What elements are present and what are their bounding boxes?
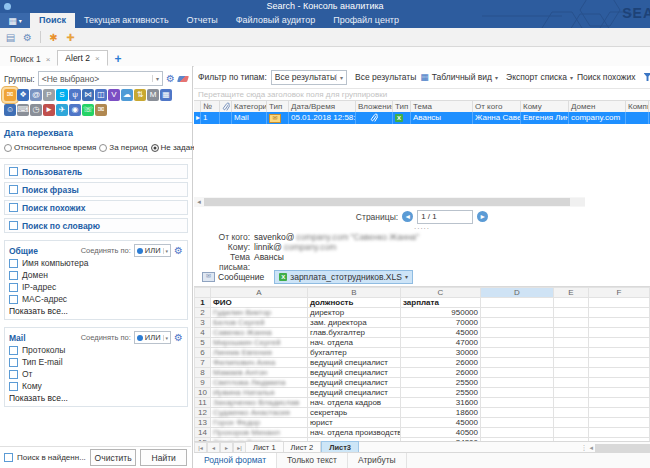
sheet-cell[interactable]: зам. директора — [308, 318, 401, 328]
checkbox[interactable] — [9, 295, 18, 304]
saved-searches-icon[interactable]: ▤ — [4, 31, 17, 44]
sheet-cell[interactable] — [481, 348, 554, 358]
sheet-cell[interactable] — [589, 388, 650, 398]
skype-icon[interactable]: S — [56, 89, 68, 101]
sheet-cell[interactable]: ведущий специалист — [308, 388, 401, 398]
sheet-cell[interactable] — [589, 338, 650, 348]
checkbox[interactable] — [9, 185, 18, 194]
toolbar-button[interactable]: Все результаты — [355, 72, 416, 82]
sheet-cell[interactable] — [481, 388, 554, 398]
filter-item[interactable]: Имя компьютера — [9, 257, 183, 269]
sheet-scroll-controls[interactable]: ⋮◂ — [580, 444, 650, 452]
sheet-column-header[interactable]: A — [211, 288, 308, 298]
splitter-handle[interactable]: ..... — [194, 224, 650, 230]
menu-tab[interactable]: Файловый аудитор — [227, 13, 324, 28]
sheet-cell[interactable] — [554, 318, 589, 328]
sheet-row-number[interactable]: 14 — [195, 428, 211, 438]
filter-panel[interactable]: Пользователь — [4, 164, 188, 179]
sheet-cell[interactable] — [554, 368, 589, 378]
checkbox[interactable] — [9, 221, 18, 230]
sheet-cell[interactable] — [481, 378, 554, 388]
sheet-cell[interactable]: зарплата — [401, 298, 481, 308]
sheet-cell[interactable] — [481, 358, 554, 368]
sheet-cell[interactable]: 47000 — [401, 338, 481, 348]
sheet-cell[interactable] — [554, 408, 589, 418]
sheet-cell[interactable] — [481, 328, 554, 338]
sheet-cell[interactable]: ФИО — [211, 298, 308, 308]
network-icon[interactable]: ⋈ — [82, 89, 94, 101]
checkbox[interactable] — [9, 203, 18, 212]
file-transfer-icon[interactable]: ⇅ — [134, 89, 146, 101]
sheet-row-number[interactable]: 8 — [195, 368, 211, 378]
sheet-cell[interactable] — [589, 348, 650, 358]
messenger-icon[interactable]: ❖ — [17, 89, 29, 101]
sheet-cell[interactable] — [554, 328, 589, 338]
filter-item[interactable]: От — [9, 368, 183, 380]
time-tracking-icon[interactable]: ◷ — [30, 104, 42, 116]
sheet-cell[interactable]: бухгалтер — [308, 348, 401, 358]
find-button[interactable]: Найти — [140, 449, 187, 466]
menu-tab[interactable]: Текущая активность — [75, 13, 178, 28]
filter-panel[interactable]: Поиск похожих — [4, 200, 188, 215]
sheet-cell[interactable]: глав.бухгалтер — [308, 328, 401, 338]
sheet-cell[interactable]: Белов Сергей — [211, 318, 308, 328]
cloud-icon[interactable]: ☁ — [121, 89, 133, 101]
checkbox[interactable] — [9, 167, 18, 176]
sheet-cell[interactable]: Прохоров Михаил — [211, 428, 308, 438]
sheet-cell[interactable]: нач. отдела — [308, 338, 401, 348]
result-row[interactable]: ▸1Mail✉05.01.2018 12:58:00XАвансыЖанна С… — [194, 112, 650, 124]
show-all-link[interactable]: Показать все... — [9, 306, 183, 316]
sheet-cell[interactable] — [554, 398, 589, 408]
sheet-cell[interactable] — [589, 328, 650, 338]
menu-tab[interactable]: Профайл центр — [324, 13, 408, 28]
join-toggle[interactable]: ИЛИ▾ — [134, 331, 171, 344]
sheet-cell[interactable]: нач. отдела производства — [308, 428, 401, 438]
webcam-icon[interactable]: ◉ — [69, 104, 81, 116]
sheet-cell[interactable] — [589, 318, 650, 328]
search-settings-icon[interactable]: ⚙ — [21, 31, 34, 44]
sheet-cell[interactable]: юрист — [308, 418, 401, 428]
telegram-icon[interactable]: ✈ — [56, 104, 68, 116]
sheet-cell[interactable] — [481, 368, 554, 378]
microphone-icon[interactable]: M — [147, 89, 159, 101]
sheet-cell[interactable]: 25500 — [401, 378, 481, 388]
sheet-row-number[interactable]: 2 — [195, 308, 211, 318]
search-in-found-checkbox[interactable] — [4, 453, 13, 462]
sheet-cell[interactable] — [481, 308, 554, 318]
attachment-tab[interactable]: ✉Сообщение — [198, 271, 268, 283]
viber-icon[interactable]: V — [108, 89, 120, 101]
sheet-cell[interactable] — [554, 378, 589, 388]
sheet-cell[interactable]: 26000 — [401, 358, 481, 368]
toolbar-button[interactable]: Поиск похожих — [577, 72, 636, 82]
document-tab[interactable]: Alert 2× — [57, 50, 107, 66]
sheet-cell[interactable]: 31600 — [401, 398, 481, 408]
printer-icon[interactable]: P — [43, 89, 55, 101]
checkbox[interactable] — [9, 259, 18, 268]
horizontal-scrollbar[interactable]: ◂ — [194, 197, 585, 207]
sheet-cell[interactable]: 950000 — [401, 308, 481, 318]
sheet-cell[interactable]: Линник Евгения — [211, 348, 308, 358]
prev-page-button[interactable]: ◄ — [402, 211, 413, 222]
sheet-cell[interactable]: Захарченко Владислав — [211, 398, 308, 408]
sheet-cell[interactable]: должность — [308, 298, 401, 308]
filter-panel[interactable]: Поиск по словарю — [4, 218, 188, 233]
next-page-button[interactable]: ► — [477, 211, 488, 222]
sheet-cell[interactable] — [589, 428, 650, 438]
sheet-cell[interactable]: нач. отдела кадров — [308, 398, 401, 408]
sheet-row-number[interactable]: 5 — [195, 338, 211, 348]
view-mode-tab[interactable]: Только текст — [277, 453, 348, 468]
sheet-scrollbar[interactable] — [595, 444, 650, 452]
filter-item[interactable]: Кому — [9, 380, 183, 392]
sheet-cell[interactable] — [589, 368, 650, 378]
sheet-row-number[interactable]: 10 — [195, 388, 211, 398]
user-activity-icon[interactable]: ☺ — [4, 104, 16, 116]
scrollbar-track[interactable] — [204, 198, 585, 206]
document-tab[interactable]: Поиск 1× — [3, 52, 57, 66]
add-search-icon[interactable]: ✚ — [64, 31, 77, 44]
filter-item[interactable]: Домен — [9, 269, 183, 281]
http-icon[interactable]: @ — [30, 89, 42, 101]
checkbox[interactable] — [9, 382, 18, 391]
new-alert-icon[interactable]: ✱ — [47, 31, 60, 44]
mail-agent-icon[interactable]: ✉ — [95, 104, 107, 116]
attachment-tab[interactable]: Xзарплата_стотрудников.XLS▾ — [274, 270, 413, 284]
